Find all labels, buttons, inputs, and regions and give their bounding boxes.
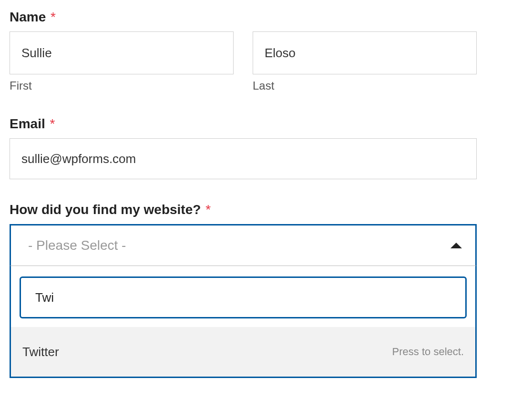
email-label-text: Email [10, 116, 45, 131]
required-asterisk-icon: * [205, 202, 211, 217]
dropdown-placeholder: - Please Select - [28, 238, 126, 253]
first-name-sublabel: First [10, 79, 234, 92]
dropdown-control[interactable]: - Please Select - [10, 224, 477, 266]
required-asterisk-icon: * [50, 116, 55, 131]
last-name-sublabel: Last [253, 79, 477, 92]
dropdown-option-label: Twitter [22, 345, 59, 359]
caret-up-icon [450, 243, 462, 248]
source-dropdown: - Please Select - Twitter Press to selec… [10, 224, 477, 378]
name-label-text: Name [10, 10, 46, 24]
source-label: How did you find my website? * [10, 202, 477, 217]
name-label: Name * [10, 10, 477, 25]
required-asterisk-icon: * [51, 10, 56, 24]
source-field-group: How did you find my website? * - Please … [10, 202, 477, 378]
dropdown-option-twitter[interactable]: Twitter Press to select. [11, 327, 475, 377]
email-field-group: Email * [10, 116, 477, 179]
dropdown-panel: Twitter Press to select. [10, 266, 477, 378]
email-label: Email * [10, 116, 477, 132]
name-field-group: Name * First Last [10, 10, 477, 92]
dropdown-search-input[interactable] [20, 276, 467, 318]
source-label-text: How did you find my website? [10, 202, 201, 217]
last-name-input[interactable] [253, 31, 477, 74]
name-row: First Last [10, 31, 477, 92]
email-input[interactable] [10, 138, 477, 179]
dropdown-option-hint: Press to select. [392, 346, 464, 358]
first-name-input[interactable] [10, 31, 234, 74]
first-name-col: First [10, 31, 234, 92]
last-name-col: Last [253, 31, 477, 92]
